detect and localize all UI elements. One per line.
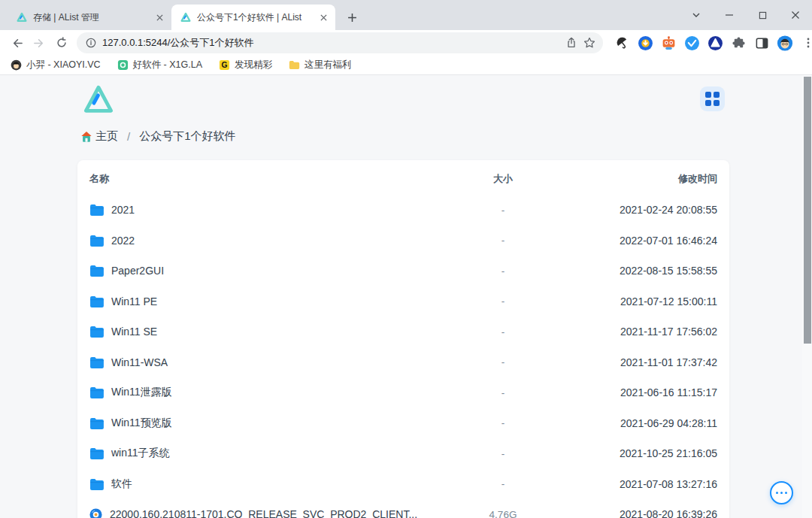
more-actions-fab[interactable] bbox=[770, 481, 793, 504]
file-size: - bbox=[469, 265, 537, 277]
header-modified[interactable]: 修改时间 bbox=[537, 172, 717, 186]
layout-toggle-button[interactable] bbox=[700, 86, 725, 111]
file-modified: 2022-07-01 16:46:24 bbox=[537, 235, 717, 247]
file-size: - bbox=[469, 356, 537, 368]
bookmarks-bar: 小羿 - XIAOYI.VC 好软件 - X1G.LA G 发现精彩 这里有福利 bbox=[0, 56, 812, 75]
tab-strip: 存储 | AList 管理 公众号下1个好软件 | AList bbox=[0, 0, 812, 30]
close-window-button[interactable] bbox=[779, 0, 812, 30]
table-header: 名称 大小 修改时间 bbox=[77, 160, 729, 195]
file-name: Win11泄露版 bbox=[111, 386, 172, 399]
file-name: Paper2GUI bbox=[111, 265, 164, 277]
bookmark-label: 好软件 - X1G.LA bbox=[133, 59, 202, 71]
robot-extension-icon[interactable] bbox=[660, 35, 677, 51]
file-size: - bbox=[469, 417, 537, 429]
proxy-extension-icon[interactable] bbox=[707, 35, 723, 51]
file-modified: 2021-07-08 13:27:16 bbox=[537, 478, 717, 490]
file-size: 4.76G bbox=[469, 509, 537, 518]
file-modified: 2021-08-20 16:39:26 bbox=[537, 508, 717, 518]
file-row[interactable]: win11子系统 - 2021-10-25 21:16:05 bbox=[77, 438, 729, 469]
breadcrumb: 主页 / 公众号下1个好软件 bbox=[80, 129, 236, 144]
grid-view-icon bbox=[705, 92, 720, 106]
bookmark-label: 发现精彩 bbox=[235, 59, 272, 71]
file-size: - bbox=[469, 326, 537, 338]
file-size: - bbox=[469, 204, 537, 216]
browser-toolbar: 127.0.0.1:5244/公众号下1个好软件 bbox=[0, 30, 812, 56]
browser-menu-icon[interactable] bbox=[800, 35, 812, 51]
url-text[interactable]: 127.0.0.1:5244/公众号下1个好软件 bbox=[102, 36, 559, 50]
home-icon bbox=[80, 131, 92, 143]
bookmark-star-icon[interactable] bbox=[583, 37, 595, 49]
file-size: - bbox=[469, 235, 537, 246]
breadcrumb-separator: / bbox=[124, 130, 133, 143]
bookmark-xiaoyi[interactable]: 小羿 - XIAOYI.VC bbox=[11, 59, 101, 71]
scrollbar-thumb[interactable] bbox=[804, 77, 811, 344]
breadcrumb-home-label: 主页 bbox=[95, 129, 118, 144]
folder-icon bbox=[89, 265, 104, 277]
file-row[interactable]: Win11泄露版 - 2021-06-16 11:15:17 bbox=[77, 377, 729, 408]
file-row[interactable]: 软件 - 2021-07-08 13:27:16 bbox=[77, 469, 729, 500]
file-size: - bbox=[469, 387, 537, 398]
share-icon[interactable] bbox=[565, 37, 577, 49]
file-row[interactable]: Win11 SE - 2021-11-17 17:56:02 bbox=[77, 317, 729, 347]
file-size: - bbox=[469, 448, 537, 459]
file-row[interactable]: Win11 PE - 2021-07-12 15:00:11 bbox=[77, 286, 729, 317]
file-modified: 2021-06-16 11:15:17 bbox=[537, 386, 717, 398]
file-modified: 2021-06-29 04:28:11 bbox=[537, 417, 717, 429]
file-row[interactable]: Win11-WSA - 2021-11-01 17:37:42 bbox=[77, 347, 729, 378]
folder-icon bbox=[89, 417, 104, 429]
file-name: 软件 bbox=[111, 477, 132, 491]
folder-bookmark-icon bbox=[289, 59, 300, 71]
forward-button[interactable] bbox=[29, 32, 50, 53]
bookmark-label: 这里有福利 bbox=[304, 59, 352, 71]
bookmark-faxianjingcai[interactable]: G 发现精彩 bbox=[219, 59, 272, 71]
file-row[interactable]: Paper2GUI - 2022-08-15 15:58:55 bbox=[77, 256, 729, 286]
new-tab-button[interactable] bbox=[341, 7, 362, 28]
file-modified: 2021-02-24 20:08:55 bbox=[537, 204, 717, 216]
folder-icon bbox=[89, 447, 104, 459]
tab-close-icon[interactable] bbox=[153, 11, 165, 23]
downloader-extension-icon[interactable] bbox=[637, 35, 653, 51]
folder-icon bbox=[89, 326, 104, 338]
tab-alist-admin[interactable]: 存储 | AList 管理 bbox=[8, 5, 171, 30]
umbrella-extension-icon[interactable] bbox=[614, 35, 630, 51]
extensions-puzzle-icon[interactable] bbox=[730, 35, 747, 51]
svg-text:G: G bbox=[222, 61, 228, 69]
tab-search-chevron-icon[interactable] bbox=[680, 0, 713, 30]
yellow-g-icon: G bbox=[219, 59, 230, 71]
file-row[interactable]: Win11预览版 - 2021-06-29 04:28:11 bbox=[77, 408, 729, 439]
breadcrumb-home-link[interactable]: 主页 bbox=[80, 129, 118, 144]
bookmark-fuli-folder[interactable]: 这里有福利 bbox=[289, 59, 352, 71]
page-info-icon[interactable] bbox=[86, 38, 96, 48]
alist-favicon bbox=[180, 12, 191, 23]
header-name[interactable]: 名称 bbox=[89, 172, 469, 186]
file-name: Win11 PE bbox=[111, 295, 157, 307]
folder-icon bbox=[89, 295, 104, 307]
breadcrumb-current: 公众号下1个好软件 bbox=[139, 129, 235, 144]
bookmark-x1g[interactable]: 好软件 - X1G.LA bbox=[117, 59, 202, 71]
tab-alist-files[interactable]: 公众号下1个好软件 | AList bbox=[171, 5, 335, 30]
file-row[interactable]: 2021 - 2021-02-24 20:08:55 bbox=[77, 195, 729, 226]
reload-button[interactable] bbox=[51, 32, 72, 53]
disc-icon bbox=[89, 508, 102, 518]
file-list-card: 名称 大小 修改时间 2021 - 2021-02-24 20:08:55 20… bbox=[77, 160, 729, 518]
header-size[interactable]: 大小 bbox=[469, 172, 537, 186]
avatar-bookmark-icon bbox=[11, 59, 22, 71]
file-row[interactable]: 22000.160.210811-1701.CO_RELEASE_SVC_PRO… bbox=[77, 499, 729, 518]
tab-close-icon[interactable] bbox=[317, 11, 329, 23]
check-extension-icon[interactable] bbox=[683, 35, 700, 51]
side-panel-icon[interactable] bbox=[753, 35, 770, 51]
alist-page: 主页 / 公众号下1个好软件 名称 大小 修改时间 2021 - 2021-02… bbox=[0, 75, 812, 518]
page-scrollbar[interactable] bbox=[802, 75, 812, 518]
bookmark-label: 小羿 - XIAOYI.VC bbox=[26, 59, 101, 71]
maximize-button[interactable] bbox=[746, 0, 779, 30]
profile-avatar[interactable] bbox=[777, 35, 793, 51]
address-bar[interactable]: 127.0.0.1:5244/公众号下1个好软件 bbox=[77, 32, 603, 53]
file-name: Win11-WSA bbox=[111, 356, 168, 368]
tab-title: 存储 | AList 管理 bbox=[33, 11, 147, 24]
extension-icons bbox=[614, 35, 812, 51]
file-modified: 2021-11-01 17:37:42 bbox=[537, 356, 717, 368]
back-button[interactable] bbox=[6, 32, 27, 53]
minimize-button[interactable] bbox=[713, 0, 746, 30]
file-row[interactable]: 2022 - 2022-07-01 16:46:24 bbox=[77, 226, 729, 256]
file-name: Win11预览版 bbox=[111, 417, 172, 430]
